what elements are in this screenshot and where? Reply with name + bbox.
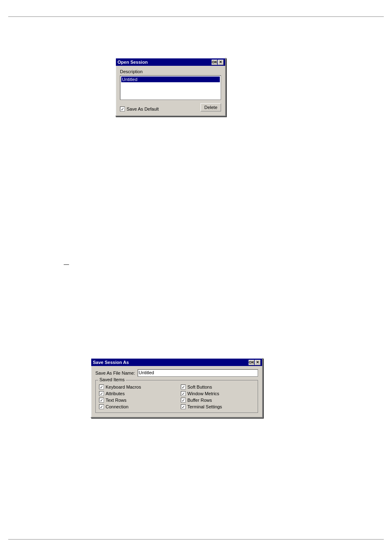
- open-session-body: Description Untitled ✓ Save As Default D…: [116, 66, 225, 116]
- save-as-default-row: ✓ Save As Default: [120, 107, 159, 111]
- saved-item-buffer-rows: ✓ Buffer Rows: [181, 398, 254, 403]
- open-session-title: Open Session: [118, 60, 148, 65]
- checkbox-connection[interactable]: ✓: [99, 404, 104, 409]
- label-connection: Connection: [106, 404, 129, 409]
- checkbox-delete-row: ✓ Save As Default Delete: [120, 103, 221, 111]
- save-session-titlebar: Save Session As OK ✕: [91, 359, 262, 366]
- checkbox-terminal-settings[interactable]: ✓: [181, 404, 186, 409]
- label-soft-buttons: Soft Buttons: [187, 385, 212, 389]
- checkbox-keyboard-macros[interactable]: ✓: [99, 385, 104, 389]
- saved-items-grid: ✓ Keyboard Macros ✓ Soft Buttons ✓ Attri…: [99, 385, 254, 409]
- save-session-ok-button[interactable]: OK: [249, 360, 254, 365]
- label-keyboard-macros: Keyboard Macros: [106, 385, 141, 389]
- save-session-dialog: Save Session As OK ✕ Save As File Name: …: [90, 358, 263, 418]
- label-buffer-rows: Buffer Rows: [187, 398, 212, 403]
- save-session-body: Save As File Name: Untitled Saved Items …: [91, 366, 262, 417]
- open-session-dialog: Open Session OK ✕ Description Untitled ✓…: [115, 58, 226, 116]
- checkbox-attributes[interactable]: ✓: [99, 391, 104, 396]
- bottom-rule: [8, 539, 384, 540]
- saved-item-connection: ✓ Connection: [99, 404, 173, 409]
- open-session-titlebar: Open Session OK ✕: [116, 58, 225, 66]
- label-terminal-settings: Terminal Settings: [187, 404, 222, 409]
- saved-item-terminal-settings: ✓ Terminal Settings: [181, 404, 254, 409]
- checkbox-soft-buttons[interactable]: ✓: [181, 385, 186, 389]
- checkbox-text-rows[interactable]: ✓: [99, 398, 104, 403]
- session-listbox-item[interactable]: Untitled: [121, 76, 220, 82]
- saved-items-legend: Saved Items: [98, 377, 126, 382]
- saved-item-soft-buttons: ✓ Soft Buttons: [181, 385, 254, 389]
- save-session-close-button[interactable]: ✕: [255, 360, 261, 365]
- save-session-title: Save Session As: [93, 360, 129, 365]
- checkbox-buffer-rows[interactable]: ✓: [181, 398, 186, 403]
- save-as-default-label: Save As Default: [127, 107, 159, 111]
- label-window-metrics: Window Metrics: [187, 391, 219, 396]
- saved-item-keyboard-macros: ✓ Keyboard Macros: [99, 385, 173, 389]
- saved-items-group: Saved Items ✓ Keyboard Macros ✓ Soft But…: [95, 380, 258, 413]
- top-rule: [8, 16, 384, 17]
- filename-row: Save As File Name: Untitled: [95, 369, 258, 377]
- checkbox-window-metrics[interactable]: ✓: [181, 391, 186, 396]
- dash-mark: —: [64, 261, 69, 267]
- open-session-title-buttons: OK ✕: [212, 60, 224, 65]
- filename-input[interactable]: Untitled: [138, 369, 258, 377]
- description-label: Description: [120, 69, 221, 74]
- open-session-ok-button[interactable]: OK: [212, 60, 217, 65]
- save-session-title-buttons: OK ✕: [249, 360, 261, 365]
- session-listbox[interactable]: Untitled: [120, 75, 221, 100]
- label-attributes: Attributes: [106, 391, 125, 396]
- delete-button[interactable]: Delete: [201, 103, 221, 111]
- save-as-default-checkbox[interactable]: ✓: [120, 107, 125, 111]
- open-session-close-button[interactable]: ✕: [218, 60, 224, 65]
- saved-item-attributes: ✓ Attributes: [99, 391, 173, 396]
- filename-label: Save As File Name:: [95, 371, 135, 375]
- saved-item-text-rows: ✓ Text Rows: [99, 398, 173, 403]
- saved-item-window-metrics: ✓ Window Metrics: [181, 391, 254, 396]
- label-text-rows: Text Rows: [106, 398, 127, 403]
